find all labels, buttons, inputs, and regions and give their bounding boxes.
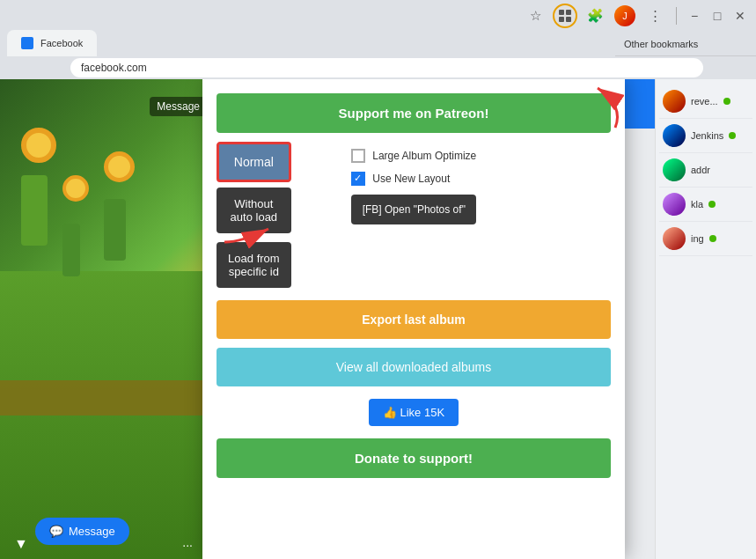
options-row: Normal Without auto load Load from speci…: [217, 142, 611, 291]
avatar-jenkins: [663, 124, 686, 147]
large-album-row: Large Album Optimize: [351, 149, 476, 163]
like-row: 👍 Like 15K: [217, 399, 611, 426]
message-text: Message: [157, 100, 200, 113]
export-button[interactable]: Export last album: [217, 300, 611, 339]
minimize-button[interactable]: −: [686, 7, 703, 25]
new-layout-row: Use New Layout: [351, 172, 476, 186]
messenger-icon: 💬: [49, 525, 63, 538]
contact-name-reve: reve...: [691, 96, 718, 107]
extension-icon[interactable]: [553, 4, 577, 28]
large-album-label: Large Album Optimize: [372, 150, 476, 162]
maximize-button[interactable]: □: [708, 7, 726, 25]
tab-bar: Facebook: [0, 32, 615, 56]
facebook-page: f ne Create 👥 💬 🔔 Message 💬 Message: [0, 79, 756, 559]
puzzle-icon[interactable]: 🧩: [583, 4, 607, 28]
avatar-reve: [663, 90, 686, 113]
sidebar-contacts: reve... Jenkins addr kla ing: [655, 79, 756, 559]
online-dot-ing: [709, 235, 716, 242]
right-checkboxes: Large Album Optimize Use New Layout [FB]…: [351, 142, 476, 224]
new-layout-checkbox[interactable]: [351, 172, 365, 186]
view-albums-button[interactable]: View all downloaded albums: [217, 348, 611, 386]
online-dot-kla: [708, 201, 716, 208]
svg-rect-1: [566, 10, 571, 15]
url-bar[interactable]: facebook.com: [70, 58, 703, 77]
avatar-ing: [663, 227, 686, 250]
new-layout-label: Use New Layout: [372, 173, 450, 185]
message-overlay: Message: [150, 97, 207, 116]
avatar-addr: [663, 158, 686, 181]
omnibar: facebook.com: [0, 56, 756, 79]
down-arrow-icon[interactable]: ▼: [7, 529, 35, 559]
browser-controls: ☆ 🧩 J ⋮ − □ ✕: [523, 4, 749, 28]
photo-area: Message 💬 Message ▼ ···: [0, 79, 207, 559]
mode-buttons: Normal Without auto load Load from speci…: [217, 142, 341, 291]
url-text: facebook.com: [81, 62, 147, 74]
like-button[interactable]: 👍 Like 15K: [369, 399, 459, 426]
contact-kla[interactable]: kla: [659, 188, 752, 222]
normal-button[interactable]: Normal: [217, 142, 291, 182]
load-specific-button[interactable]: Load from specific id: [217, 242, 291, 288]
tab-favicon: [21, 37, 33, 49]
contact-jenkins[interactable]: Jenkins: [659, 119, 752, 153]
online-dot-reve: [723, 98, 730, 105]
online-dot-jenkins: [729, 132, 736, 139]
patreon-button[interactable]: Support me on Patreon!: [217, 93, 611, 133]
svg-rect-2: [559, 17, 564, 22]
omnibar-actions: ☆ 🧩 J ⋮ − □ ✕: [523, 4, 749, 28]
contact-name-addr: addr: [691, 165, 710, 175]
extension-popup: Support me on Patreon! Normal Without au…: [202, 79, 625, 559]
browser-titlebar: ☆ 🧩 J ⋮ − □ ✕: [0, 0, 756, 32]
menu-icon[interactable]: ⋮: [642, 4, 667, 28]
star-icon[interactable]: ☆: [523, 4, 547, 28]
message-btn-label: Message: [69, 525, 115, 538]
contact-reve[interactable]: reve...: [659, 85, 752, 119]
photo-background: [0, 79, 207, 559]
close-button[interactable]: ✕: [731, 7, 749, 25]
more-options-icon[interactable]: ···: [175, 531, 200, 559]
fb-open-button[interactable]: [FB] Open "Photos of": [351, 195, 476, 224]
donate-button[interactable]: Donate to support!: [217, 438, 611, 478]
bookmarks-bar: Other bookmarks: [615, 32, 756, 56]
without-autoload-button[interactable]: Without auto load: [217, 188, 291, 233]
message-button[interactable]: 💬 Message: [35, 518, 129, 545]
contact-name-kla: kla: [691, 199, 703, 210]
avatar-kla: [663, 193, 686, 216]
contact-addr[interactable]: addr: [659, 153, 752, 188]
bookmarks-label: Other bookmarks: [624, 39, 698, 49]
avatar-icon[interactable]: J: [613, 4, 637, 28]
active-tab[interactable]: Facebook: [7, 30, 97, 56]
tab-title: Facebook: [40, 38, 83, 48]
contact-name-ing: ing: [691, 233, 704, 244]
svg-rect-3: [566, 17, 571, 22]
contact-name-jenkins: Jenkins: [691, 130, 723, 141]
svg-rect-0: [559, 10, 564, 15]
large-album-checkbox[interactable]: [351, 149, 365, 163]
contact-ing[interactable]: ing: [659, 222, 752, 256]
